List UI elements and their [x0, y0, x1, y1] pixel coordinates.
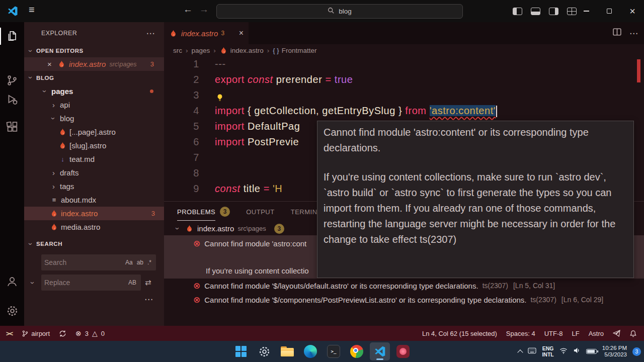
replace-all-icon[interactable]: ⇄ — [145, 278, 151, 287]
minimize-button[interactable] — [575, 0, 598, 22]
sync-icon[interactable] — [59, 330, 66, 337]
speaker-icon[interactable] — [573, 347, 581, 356]
breadcrumb-item[interactable]: src — [173, 47, 182, 54]
hover-message-primary: Cannot find module 'astro:content' or it… — [324, 125, 616, 156]
indentation-setting[interactable]: Spaces: 4 — [506, 330, 535, 337]
tree-item-about-mdx[interactable]: ≡about.mdx — [24, 193, 164, 207]
close-button[interactable]: × — [621, 0, 644, 22]
more-actions-icon[interactable]: ⋯ — [146, 28, 155, 39]
tree-item-tags[interactable]: ›tags — [24, 179, 164, 193]
code-line[interactable]: 4import { getCollection, getEntryBySlug … — [164, 103, 644, 119]
tab-index-astro[interactable]: index.astro 3 × — [164, 22, 249, 44]
search-header[interactable]: › SEARCH — [24, 237, 164, 250]
line-number[interactable]: 5 — [164, 119, 199, 134]
tab-problems[interactable]: PROBLEMS 3 — [177, 202, 230, 222]
clock[interactable]: 10:26 PM 5/3/2023 — [602, 345, 627, 358]
maximize-button[interactable] — [598, 0, 621, 22]
notifications-bell-icon[interactable] — [629, 330, 637, 337]
code-token: from — [405, 105, 429, 116]
keyboard-icon[interactable] — [528, 347, 536, 356]
tree-item--page-astro[interactable]: [...page].astro — [24, 125, 164, 139]
feedback-icon[interactable] — [613, 330, 620, 337]
run-debug-icon[interactable] — [0, 87, 24, 112]
problem-item[interactable]: ⊗ Cannot find module '$/layouts/default.… — [164, 279, 644, 293]
tree-item-api[interactable]: ›api — [24, 98, 164, 112]
breadcrumb-item[interactable]: index.astro — [219, 47, 264, 54]
tree-item--slug-astro[interactable]: [slug].astro — [24, 139, 164, 152]
line-number[interactable]: 7 — [164, 150, 199, 165]
code-line[interactable]: 1--- — [164, 56, 644, 72]
cursor-position[interactable]: Ln 4, Col 62 (15 selected) — [422, 330, 497, 337]
git-branch-item[interactable]: airport — [22, 330, 50, 337]
settings-icon[interactable] — [254, 342, 274, 360]
encoding-setting[interactable]: UTF-8 — [544, 330, 563, 337]
tree-item-index-astro[interactable]: index.astro3 — [24, 207, 164, 220]
regex-toggle[interactable]: .* — [146, 258, 153, 267]
hidden-icons-chevron-icon[interactable] — [518, 349, 523, 355]
terminal-icon[interactable]: >_ — [324, 342, 344, 360]
close-icon[interactable]: × — [239, 29, 244, 38]
toggle-secondary-sidebar-icon[interactable] — [549, 8, 558, 15]
tree-item-pages[interactable]: ›pages — [24, 84, 164, 98]
feedback-hub-icon[interactable] — [393, 342, 413, 360]
tree-item-drafts[interactable]: ›drafts — [24, 166, 164, 179]
breadcrumb-item[interactable]: { }Frontmatter — [273, 47, 316, 54]
toggle-sidebar-icon[interactable] — [513, 8, 522, 15]
code-line[interactable]: 3 — [164, 87, 644, 103]
tree-item-media-astro[interactable]: media.astro — [24, 220, 164, 234]
astro-file-icon — [219, 47, 228, 54]
chrome-icon[interactable] — [347, 342, 367, 360]
preserve-case-toggle[interactable]: AB — [127, 278, 138, 287]
vscode-icon[interactable] — [370, 342, 390, 360]
code-line[interactable]: 2export const prerender = true — [164, 72, 644, 87]
chevron-icon: › — [50, 182, 57, 191]
wifi-icon[interactable] — [559, 347, 568, 356]
toggle-panel-icon[interactable] — [531, 8, 540, 15]
remote-indicator-icon[interactable]: >< — [6, 330, 13, 337]
line-number[interactable]: 1 — [164, 56, 199, 72]
more-actions-icon[interactable]: ⋯ — [144, 295, 153, 304]
command-center-search[interactable]: blog — [216, 4, 463, 19]
search-input[interactable] — [44, 258, 123, 266]
settings-gear-icon[interactable] — [0, 299, 24, 323]
explorer-icon[interactable] — [0, 24, 24, 48]
line-number[interactable]: 2 — [164, 72, 199, 87]
battery-icon[interactable] — [586, 349, 597, 354]
match-case-toggle[interactable]: Aa — [124, 258, 134, 267]
problems-summary[interactable]: ⊗3 △0 — [75, 329, 106, 337]
eol-setting[interactable]: LF — [572, 330, 579, 337]
whole-word-toggle[interactable]: ab — [135, 258, 145, 267]
edge-icon[interactable] — [300, 342, 320, 360]
line-number[interactable]: 4 — [164, 103, 199, 119]
workspace-header[interactable]: › BLOG — [24, 71, 164, 84]
back-icon[interactable]: ← — [183, 4, 193, 15]
line-number[interactable]: 3 — [164, 87, 199, 103]
file-explorer-icon[interactable] — [277, 342, 297, 360]
menu-icon[interactable]: ≡ — [29, 4, 35, 16]
breadcrumb-item[interactable]: pages — [192, 47, 210, 54]
replace-input[interactable] — [44, 279, 126, 287]
open-editor-item[interactable]: × index.astro src\pages 3 — [24, 57, 164, 71]
language-indicator[interactable]: ENG INTL — [542, 345, 553, 357]
vscode-logo-icon[interactable] — [7, 5, 19, 17]
astro-file-icon — [169, 30, 178, 37]
close-icon[interactable]: × — [47, 60, 54, 68]
open-editors-header[interactable]: › OPEN EDITORS — [24, 44, 164, 57]
tree-item-blog[interactable]: ›blog — [24, 112, 164, 125]
vscode-window: ≡ ← → blog × — [0, 0, 644, 362]
tab-output[interactable]: OUTPUT — [246, 202, 274, 222]
line-number[interactable]: 6 — [164, 134, 199, 150]
forward-icon[interactable]: → — [199, 4, 209, 15]
toggle-replace-icon[interactable]: › — [29, 279, 37, 287]
split-editor-icon[interactable] — [613, 28, 621, 38]
line-number[interactable]: 9 — [164, 181, 199, 197]
extensions-icon[interactable] — [0, 115, 24, 139]
language-mode[interactable]: Astro — [589, 330, 604, 337]
tree-item-teat-md[interactable]: ↓teat.md — [24, 152, 164, 166]
start-icon[interactable] — [231, 342, 251, 360]
problem-item[interactable]: ⊗ Cannot find module '$/components/PostP… — [164, 293, 644, 307]
notification-count-badge[interactable]: 3 — [632, 347, 641, 356]
line-number[interactable]: 8 — [164, 165, 199, 181]
more-actions-icon[interactable]: ⋯ — [629, 28, 638, 39]
accounts-icon[interactable] — [0, 269, 24, 294]
